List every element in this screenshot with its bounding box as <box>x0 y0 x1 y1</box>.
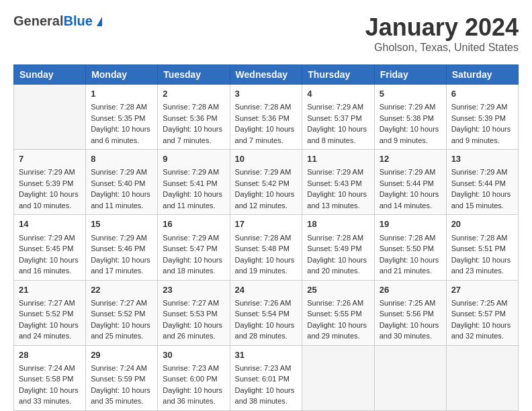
calendar-cell: 25Sunrise: 7:26 AMSunset: 5:55 PMDayligh… <box>302 280 374 345</box>
calendar-cell: 30Sunrise: 7:23 AMSunset: 6:00 PMDayligh… <box>158 345 230 410</box>
calendar-cell <box>446 345 518 410</box>
day-info: Sunrise: 7:28 AMSunset: 5:36 PMDaylight:… <box>163 101 224 146</box>
calendar-week-1: 1Sunrise: 7:28 AMSunset: 5:35 PMDaylight… <box>14 85 519 150</box>
day-info: Sunrise: 7:25 AMSunset: 5:56 PMDaylight:… <box>380 298 441 342</box>
calendar-cell: 27Sunrise: 7:25 AMSunset: 5:57 PMDayligh… <box>446 280 518 345</box>
calendar-cell: 31Sunrise: 7:23 AMSunset: 6:01 PMDayligh… <box>230 345 302 410</box>
day-number: 31 <box>235 349 298 361</box>
calendar-cell: 23Sunrise: 7:27 AMSunset: 5:53 PMDayligh… <box>158 280 230 345</box>
calendar-cell: 17Sunrise: 7:28 AMSunset: 5:48 PMDayligh… <box>230 215 302 280</box>
calendar-cell: 20Sunrise: 7:28 AMSunset: 5:51 PMDayligh… <box>446 215 518 280</box>
day-number: 23 <box>163 284 224 296</box>
title-block: January 2024 Gholson, Texas, United Stat… <box>365 13 519 54</box>
day-info: Sunrise: 7:24 AMSunset: 5:58 PMDaylight:… <box>19 363 81 407</box>
day-number: 19 <box>380 218 441 230</box>
day-number: 8 <box>91 153 152 165</box>
day-number: 3 <box>235 88 298 100</box>
day-number: 9 <box>163 153 224 165</box>
day-number: 12 <box>380 153 441 165</box>
day-info: Sunrise: 7:27 AMSunset: 5:52 PMDaylight:… <box>19 298 81 342</box>
day-number: 22 <box>91 284 152 296</box>
day-number: 4 <box>307 88 369 100</box>
calendar-cell: 13Sunrise: 7:29 AMSunset: 5:44 PMDayligh… <box>446 150 518 215</box>
day-number: 14 <box>19 218 81 230</box>
day-number: 28 <box>19 349 81 361</box>
day-number: 30 <box>163 349 224 361</box>
day-number: 24 <box>235 284 298 296</box>
calendar-cell: 22Sunrise: 7:27 AMSunset: 5:52 PMDayligh… <box>86 280 158 345</box>
day-info: Sunrise: 7:29 AMSunset: 5:38 PMDaylight:… <box>380 101 441 146</box>
calendar-cell <box>14 85 86 150</box>
calendar-cell: 3Sunrise: 7:28 AMSunset: 5:36 PMDaylight… <box>230 85 302 150</box>
logo-triangle-icon <box>97 17 102 26</box>
day-info: Sunrise: 7:28 AMSunset: 5:48 PMDaylight:… <box>235 232 298 277</box>
calendar-cell: 1Sunrise: 7:28 AMSunset: 5:35 PMDaylight… <box>86 85 158 150</box>
calendar-cell: 19Sunrise: 7:28 AMSunset: 5:50 PMDayligh… <box>374 215 446 280</box>
calendar-week-3: 14Sunrise: 7:29 AMSunset: 5:45 PMDayligh… <box>14 215 519 280</box>
day-info: Sunrise: 7:28 AMSunset: 5:36 PMDaylight:… <box>235 101 298 146</box>
day-info: Sunrise: 7:29 AMSunset: 5:40 PMDaylight:… <box>91 167 152 211</box>
day-info: Sunrise: 7:25 AMSunset: 5:57 PMDaylight:… <box>451 298 513 342</box>
day-number: 6 <box>451 88 513 100</box>
day-info: Sunrise: 7:23 AMSunset: 6:01 PMDaylight:… <box>235 363 298 407</box>
calendar-week-2: 7Sunrise: 7:29 AMSunset: 5:39 PMDaylight… <box>14 150 519 215</box>
day-info: Sunrise: 7:28 AMSunset: 5:49 PMDaylight:… <box>307 232 369 277</box>
calendar-table: SundayMondayTuesdayWednesdayThursdayFrid… <box>13 64 519 411</box>
calendar-cell <box>374 345 446 410</box>
day-info: Sunrise: 7:23 AMSunset: 6:00 PMDaylight:… <box>163 363 224 407</box>
day-number: 17 <box>235 218 298 230</box>
calendar-cell: 18Sunrise: 7:28 AMSunset: 5:49 PMDayligh… <box>302 215 374 280</box>
day-info: Sunrise: 7:29 AMSunset: 5:39 PMDaylight:… <box>19 167 81 211</box>
calendar-week-5: 28Sunrise: 7:24 AMSunset: 5:58 PMDayligh… <box>14 345 519 410</box>
day-info: Sunrise: 7:29 AMSunset: 5:45 PMDaylight:… <box>19 232 81 277</box>
calendar-cell: 16Sunrise: 7:29 AMSunset: 5:47 PMDayligh… <box>158 215 230 280</box>
day-info: Sunrise: 7:29 AMSunset: 5:46 PMDaylight:… <box>91 232 152 277</box>
day-number: 2 <box>163 88 224 100</box>
calendar-cell: 21Sunrise: 7:27 AMSunset: 5:52 PMDayligh… <box>14 280 86 345</box>
calendar-cell: 11Sunrise: 7:29 AMSunset: 5:43 PMDayligh… <box>302 150 374 215</box>
day-info: Sunrise: 7:29 AMSunset: 5:43 PMDaylight:… <box>307 167 369 211</box>
calendar-header-row: SundayMondayTuesdayWednesdayThursdayFrid… <box>14 65 519 85</box>
day-info: Sunrise: 7:29 AMSunset: 5:47 PMDaylight:… <box>163 232 224 277</box>
day-info: Sunrise: 7:27 AMSunset: 5:53 PMDaylight:… <box>163 298 224 342</box>
day-number: 15 <box>91 218 152 230</box>
calendar-week-4: 21Sunrise: 7:27 AMSunset: 5:52 PMDayligh… <box>14 280 519 345</box>
day-number: 20 <box>451 218 513 230</box>
column-header-wednesday: Wednesday <box>230 65 302 85</box>
logo: GeneralBlue <box>13 13 102 29</box>
day-number: 29 <box>91 349 152 361</box>
column-header-monday: Monday <box>86 65 158 85</box>
day-info: Sunrise: 7:28 AMSunset: 5:51 PMDaylight:… <box>451 232 513 277</box>
day-number: 1 <box>91 88 152 100</box>
calendar-cell: 5Sunrise: 7:29 AMSunset: 5:38 PMDaylight… <box>374 85 446 150</box>
calendar-cell: 26Sunrise: 7:25 AMSunset: 5:56 PMDayligh… <box>374 280 446 345</box>
day-number: 18 <box>307 218 369 230</box>
calendar-cell: 14Sunrise: 7:29 AMSunset: 5:45 PMDayligh… <box>14 215 86 280</box>
calendar-cell: 28Sunrise: 7:24 AMSunset: 5:58 PMDayligh… <box>14 345 86 410</box>
day-number: 5 <box>380 88 441 100</box>
day-info: Sunrise: 7:27 AMSunset: 5:52 PMDaylight:… <box>91 298 152 342</box>
day-number: 11 <box>307 153 369 165</box>
calendar-cell <box>302 345 374 410</box>
day-info: Sunrise: 7:29 AMSunset: 5:41 PMDaylight:… <box>163 167 224 211</box>
calendar-cell: 10Sunrise: 7:29 AMSunset: 5:42 PMDayligh… <box>230 150 302 215</box>
day-number: 13 <box>451 153 513 165</box>
day-number: 25 <box>307 284 369 296</box>
day-info: Sunrise: 7:29 AMSunset: 5:39 PMDaylight:… <box>451 101 513 146</box>
calendar-cell: 2Sunrise: 7:28 AMSunset: 5:36 PMDaylight… <box>158 85 230 150</box>
calendar-subtitle: Gholson, Texas, United States <box>365 42 519 54</box>
calendar-cell: 8Sunrise: 7:29 AMSunset: 5:40 PMDaylight… <box>86 150 158 215</box>
day-number: 7 <box>19 153 81 165</box>
calendar-cell: 15Sunrise: 7:29 AMSunset: 5:46 PMDayligh… <box>86 215 158 280</box>
day-number: 10 <box>235 153 298 165</box>
column-header-tuesday: Tuesday <box>158 65 230 85</box>
calendar-cell: 24Sunrise: 7:26 AMSunset: 5:54 PMDayligh… <box>230 280 302 345</box>
calendar-cell: 29Sunrise: 7:24 AMSunset: 5:59 PMDayligh… <box>86 345 158 410</box>
day-number: 21 <box>19 284 81 296</box>
column-header-sunday: Sunday <box>14 65 86 85</box>
calendar-cell: 9Sunrise: 7:29 AMSunset: 5:41 PMDaylight… <box>158 150 230 215</box>
page-header: GeneralBlue January 2024 Gholson, Texas,… <box>13 13 519 54</box>
calendar-cell: 6Sunrise: 7:29 AMSunset: 5:39 PMDaylight… <box>446 85 518 150</box>
calendar-cell: 7Sunrise: 7:29 AMSunset: 5:39 PMDaylight… <box>14 150 86 215</box>
column-header-friday: Friday <box>374 65 446 85</box>
